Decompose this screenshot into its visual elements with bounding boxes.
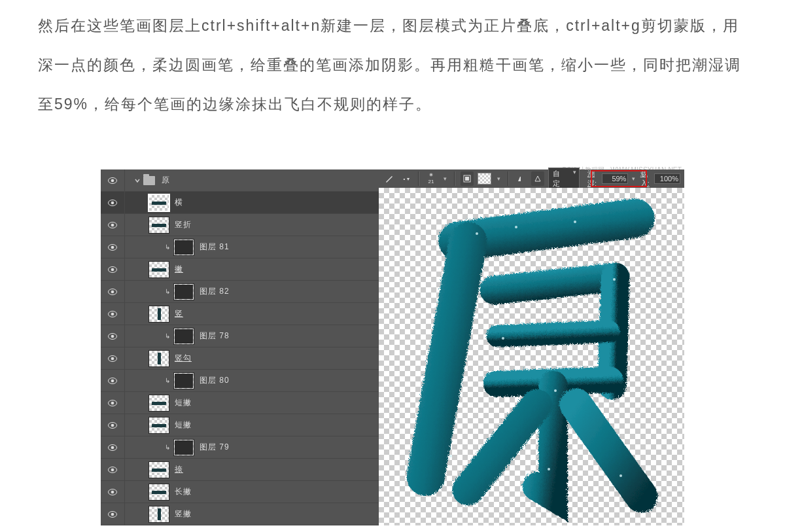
layer-label[interactable]: 竖 <box>175 308 183 319</box>
visibility-toggle[interactable] <box>101 414 125 436</box>
layer-label[interactable]: 原 <box>162 175 170 186</box>
visibility-toggle[interactable] <box>101 258 125 280</box>
visibility-toggle[interactable] <box>101 370 125 391</box>
svg-point-27 <box>111 469 114 472</box>
brush-size-dropdown[interactable]: ▾ <box>442 173 449 184</box>
layer-thumbnail[interactable] <box>173 439 194 456</box>
layer-thumbnail[interactable] <box>173 328 194 345</box>
visibility-toggle[interactable] <box>101 303 125 325</box>
svg-point-41 <box>554 389 557 392</box>
layer-label[interactable]: 横 <box>175 197 183 208</box>
visibility-toggle[interactable] <box>101 169 125 191</box>
layer-thumbnail[interactable] <box>148 461 169 478</box>
layer-label[interactable]: 图层 81 <box>200 241 230 253</box>
artwork-yuan <box>379 188 684 525</box>
layer-row[interactable]: ↳图层 80 <box>101 370 379 392</box>
layer-row[interactable]: 短撇 <box>101 392 379 414</box>
visibility-toggle[interactable] <box>101 236 125 258</box>
load-field: 载入: <box>640 169 680 188</box>
wetness-input[interactable] <box>602 173 628 184</box>
layer-label[interactable]: 竖折 <box>175 219 192 230</box>
svg-point-42 <box>449 455 452 457</box>
visibility-toggle[interactable] <box>101 192 125 213</box>
layer-row[interactable]: 捺 <box>101 459 379 481</box>
svg-point-39 <box>613 278 616 281</box>
layer-thumbnail[interactable] <box>148 194 169 211</box>
layer-label[interactable]: 竖勾 <box>175 353 192 364</box>
brush-preview-icon[interactable]: 21 <box>425 171 438 186</box>
layer-row[interactable]: 短撇 <box>101 414 379 436</box>
layer-row[interactable]: 竖 <box>101 303 379 325</box>
layer-label[interactable]: 撇 <box>175 264 183 275</box>
visibility-toggle[interactable] <box>101 214 125 236</box>
layer-thumbnail[interactable] <box>148 217 169 234</box>
load-input[interactable] <box>654 173 680 184</box>
layer-label[interactable]: 图层 78 <box>200 330 230 342</box>
visibility-toggle[interactable] <box>101 436 125 458</box>
brush-preset-icon[interactable]: • ▾ <box>400 171 413 186</box>
airbrush-icon[interactable] <box>531 171 544 186</box>
visibility-toggle[interactable] <box>101 459 125 480</box>
layer-row[interactable]: 撇 <box>101 258 379 281</box>
layers-panel: 原横竖折↳图层 81撇↳图层 82竖↳图层 78竖勾↳图层 80短撇短撇↳图层 … <box>101 169 379 525</box>
layer-row[interactable]: 长撇 <box>101 481 379 503</box>
canvas-area[interactable] <box>379 188 684 525</box>
clip-mask-icon: ↳ <box>164 332 171 340</box>
layer-label[interactable]: 长撇 <box>175 486 192 497</box>
layer-thumbnail[interactable] <box>148 350 169 367</box>
layer-row[interactable]: 横 <box>101 192 379 214</box>
layer-row[interactable]: 竖撇 <box>101 503 379 525</box>
texture-dropdown[interactable]: ▾ <box>495 173 502 184</box>
layer-thumbnail[interactable] <box>148 395 169 412</box>
layer-label[interactable]: 捺 <box>175 464 183 475</box>
panel-toggle-icon[interactable] <box>461 171 474 186</box>
svg-rect-35 <box>465 177 469 181</box>
visibility-toggle[interactable] <box>101 281 125 302</box>
visibility-toggle[interactable] <box>101 503 125 525</box>
wetness-dropdown[interactable]: ▾ <box>630 173 636 184</box>
visibility-toggle[interactable] <box>101 392 125 414</box>
clip-mask-icon: ↳ <box>164 243 171 251</box>
svg-point-36 <box>476 232 478 235</box>
brush-toolbar: • ▾ 21 ▾ ▾ 自定 潮湿 <box>379 169 684 188</box>
layer-thumbnail[interactable] <box>148 506 169 523</box>
layer-row[interactable]: ↳图层 78 <box>101 325 379 347</box>
layer-label[interactable]: 图层 80 <box>200 375 230 386</box>
layer-row[interactable]: ↳图层 82 <box>101 281 379 303</box>
svg-point-23 <box>111 424 114 427</box>
svg-point-9 <box>111 268 114 272</box>
layer-thumbnail[interactable] <box>148 261 169 278</box>
layer-thumbnail[interactable] <box>148 484 169 501</box>
visibility-toggle[interactable] <box>101 347 125 369</box>
layer-row[interactable]: 竖勾 <box>101 347 379 370</box>
screenshot-figure: PS设计教程网 · WWW.MISSYUAN.NET 原横竖折↳图层 81撇↳图… <box>101 169 684 525</box>
svg-point-5 <box>111 224 114 227</box>
layer-row[interactable]: 原 <box>101 169 379 192</box>
layer-label[interactable]: 图层 82 <box>200 286 230 297</box>
brush-tool-icon[interactable] <box>383 171 396 186</box>
svg-point-7 <box>111 246 114 249</box>
visibility-toggle[interactable] <box>101 325 125 347</box>
svg-point-43 <box>619 474 622 477</box>
symmetry-icon[interactable] <box>514 171 527 186</box>
layer-label[interactable]: 短撇 <box>175 397 192 408</box>
layer-row[interactable]: ↳图层 81 <box>101 236 379 258</box>
svg-point-19 <box>111 380 114 383</box>
layer-row[interactable]: ↳图层 79 <box>101 436 379 459</box>
brush-mode-select[interactable]: 自定 <box>548 168 580 190</box>
visibility-toggle[interactable] <box>101 481 125 503</box>
clip-mask-icon: ↳ <box>164 444 171 451</box>
svg-point-40 <box>502 337 504 340</box>
layer-thumbnail[interactable] <box>148 417 169 434</box>
layer-label[interactable]: 竖撇 <box>175 508 192 520</box>
folder-chevron-icon[interactable] <box>134 177 142 185</box>
layer-thumbnail[interactable] <box>173 283 194 300</box>
layer-label[interactable]: 短撇 <box>175 419 192 431</box>
layer-label[interactable]: 图层 79 <box>200 442 230 453</box>
layer-thumbnail[interactable] <box>148 306 169 323</box>
svg-point-21 <box>111 402 114 405</box>
layer-thumbnail[interactable] <box>173 239 194 256</box>
texture-swatch[interactable] <box>478 173 492 185</box>
layer-thumbnail[interactable] <box>173 372 194 389</box>
layer-row[interactable]: 竖折 <box>101 214 379 236</box>
